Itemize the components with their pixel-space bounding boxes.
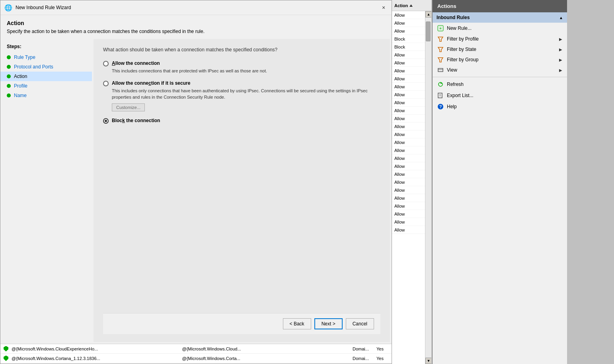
- step-dot: [7, 65, 11, 69]
- radio-allow-label: Allow the connection: [112, 60, 160, 66]
- wizard-description: Specify the action to be taken when a co…: [7, 29, 385, 34]
- content-question: What action should be taken when a conne…: [103, 47, 380, 53]
- action-cell: Allow: [392, 27, 425, 35]
- row-name: @{Microsoft.Windows.Cortana_1.12.3.1836.…: [12, 356, 182, 361]
- next-button[interactable]: Next >: [314, 318, 343, 329]
- action-cell: Allow: [392, 210, 425, 218]
- action-cell: Allow: [392, 130, 425, 138]
- wizard-footer: < Back Next > Cancel: [103, 313, 380, 334]
- filter-state-icon: [437, 46, 444, 53]
- radio-allow[interactable]: [103, 61, 109, 66]
- action-cell: Allow: [392, 115, 425, 123]
- action-filter-profile[interactable]: Filter by Profile ▶: [433, 34, 567, 44]
- new-rule-icon: +: [437, 25, 444, 31]
- action-cell: Allow: [392, 83, 425, 91]
- action-cell: Allow: [392, 51, 425, 59]
- action-cell: Allow: [392, 75, 425, 83]
- row-group: @{Microsoft.Windows.Corta...: [182, 356, 353, 361]
- step-item-rule-type[interactable]: Rule Type: [0, 53, 92, 62]
- step-item-profile[interactable]: Profile: [0, 81, 92, 91]
- action-cell: Allow: [392, 186, 425, 194]
- action-cell: Allow: [392, 178, 425, 186]
- svg-marker-0: [409, 4, 413, 7]
- action-divider: [433, 77, 567, 77]
- action-cell: Allow: [392, 154, 425, 162]
- scrollbar-thumb[interactable]: [426, 21, 431, 41]
- action-column-body: Allow Allow Allow Block Block Allow Allo…: [392, 11, 431, 364]
- steps-label: Steps:: [0, 42, 92, 53]
- svg-rect-9: [438, 93, 442, 98]
- action-cell: Allow: [392, 107, 425, 115]
- filter-state-label: Filter by State: [447, 47, 559, 52]
- step-label: Name: [14, 93, 27, 98]
- action-help[interactable]: ? Help: [433, 101, 567, 112]
- step-item-protocol[interactable]: Protocol and Ports: [0, 62, 92, 72]
- submenu-arrow-icon: ▶: [559, 68, 562, 72]
- action-values: Allow Allow Allow Block Block Allow Allo…: [392, 11, 425, 364]
- radio-allow-secure[interactable]: [103, 81, 109, 86]
- svg-text:?: ?: [439, 104, 442, 109]
- shield-icon: [4, 355, 10, 362]
- action-new-rule[interactable]: + New Rule...: [433, 23, 567, 34]
- row-enabled: Yes: [376, 356, 388, 361]
- step-label: Profile: [14, 83, 27, 89]
- refresh-icon: [437, 81, 444, 88]
- action-cell: Allow: [392, 218, 425, 226]
- scroll-up-arrow[interactable]: ▲: [425, 11, 431, 18]
- submenu-arrow-icon: ▶: [559, 58, 562, 62]
- table-row: @{Microsoft.Windows.CloudExperienceHo...…: [0, 344, 392, 354]
- help-icon: ?: [437, 103, 444, 110]
- action-cell: Allow: [392, 19, 425, 27]
- step-item-name[interactable]: Name: [0, 91, 92, 100]
- actions-sidebar: Actions Inbound Rules ▲ + New Rule...: [432, 0, 567, 364]
- step-item-action[interactable]: Action: [0, 72, 92, 81]
- export-icon: [437, 92, 444, 99]
- content-area: What action should be taken when a conne…: [94, 39, 390, 342]
- steps-panel: Steps: Rule Type Protocol and Ports Acti…: [0, 37, 92, 344]
- sort-arrow-icon: [409, 4, 413, 8]
- action-cell: Block: [392, 43, 425, 51]
- scroll-down-arrow[interactable]: ▼: [425, 358, 431, 364]
- cancel-button[interactable]: Cancel: [346, 318, 374, 329]
- radio-block[interactable]: [103, 118, 109, 124]
- view-icon: [437, 67, 444, 73]
- export-label: Export List...: [447, 93, 474, 98]
- action-filter-state[interactable]: Filter by State ▶: [433, 44, 567, 55]
- action-filter-group[interactable]: Filter by Group ▶: [433, 55, 567, 65]
- action-view[interactable]: View ▶: [433, 65, 567, 75]
- svg-marker-4: [438, 47, 443, 52]
- radio-option-block: Block the connection: [103, 118, 380, 125]
- action-cell: Allow: [392, 170, 425, 178]
- close-icon: ×: [382, 4, 385, 11]
- wizard-page-title: Action: [7, 20, 385, 26]
- wizard-titlebar: 🌐 New Inbound Rule Wizard ×: [0, 0, 392, 15]
- vertical-scrollbar[interactable]: ▲ ▼: [425, 11, 431, 364]
- table-row: @{Microsoft.Windows.Cortana_1.12.3.1836.…: [0, 354, 392, 363]
- shield-icon: [4, 346, 10, 352]
- customize-button[interactable]: Customize...: [112, 103, 145, 111]
- step-label: Rule Type: [14, 55, 35, 60]
- action-header-label: Action: [394, 3, 408, 8]
- shield-green-icon: [4, 346, 8, 352]
- submenu-arrow-icon: ▶: [559, 47, 562, 52]
- scrollbar-track: [425, 18, 431, 358]
- inbound-rules-section[interactable]: Inbound Rules ▲: [433, 12, 567, 23]
- new-rule-label: New Rule...: [447, 25, 472, 31]
- step-dot: [7, 93, 11, 97]
- radio-block-label: Block the connection: [112, 118, 160, 123]
- action-refresh[interactable]: Refresh: [433, 79, 567, 90]
- action-export[interactable]: Export List...: [433, 90, 567, 101]
- action-cell: Allow: [392, 162, 425, 170]
- step-label: Action: [14, 74, 27, 79]
- action-cell: Allow: [392, 123, 425, 130]
- row-enabled: Yes: [376, 346, 388, 351]
- radio-allow-secure-desc: This includes only connections that have…: [103, 88, 380, 100]
- action-cell: Allow: [392, 59, 425, 67]
- back-button[interactable]: < Back: [283, 318, 311, 329]
- wizard-header: Action Specify the action to be taken wh…: [0, 15, 392, 37]
- action-cell: Allow: [392, 91, 425, 99]
- action-cell: Allow: [392, 67, 425, 75]
- wizard-close-button[interactable]: ×: [380, 4, 388, 12]
- svg-rect-6: [438, 68, 443, 72]
- action-cell: Allow: [392, 99, 425, 107]
